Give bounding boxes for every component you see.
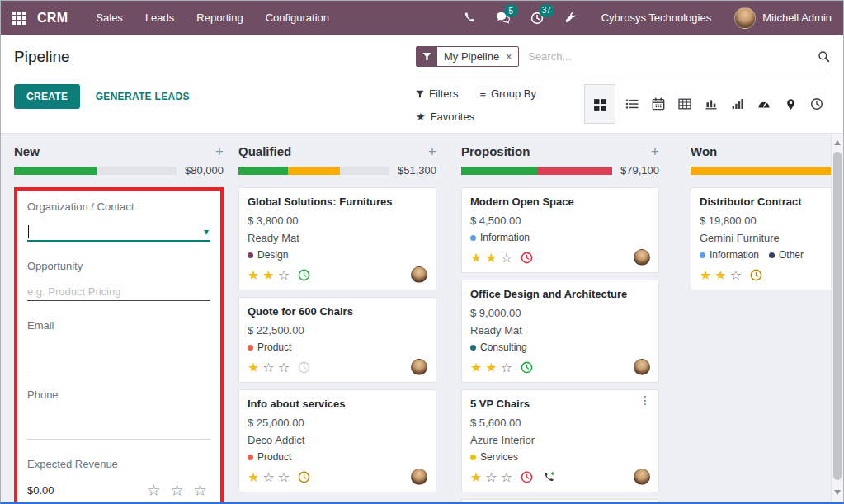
salesperson-avatar[interactable] (411, 469, 427, 485)
priority-star[interactable]: ☆ (278, 470, 290, 484)
priority-star[interactable]: ☆ (501, 470, 512, 484)
salesperson-avatar[interactable] (411, 266, 427, 283)
priority-star[interactable]: ☆ (170, 482, 184, 499)
card-tag[interactable]: Services (470, 451, 518, 463)
view-cohort-icon[interactable] (724, 91, 751, 117)
apps-grid-icon[interactable] (12, 12, 26, 25)
salesperson-avatar[interactable] (634, 359, 650, 375)
search-icon[interactable] (818, 50, 830, 63)
filters-dropdown[interactable]: Filters (416, 87, 458, 100)
user-avatar[interactable] (734, 7, 756, 29)
kanban-card[interactable]: Distributor Contract$ 19,800.00Gemini Fu… (691, 187, 843, 290)
activity-clock-icon[interactable] (521, 471, 533, 483)
kanban-card[interactable]: Quote for 600 Chairs$ 22,500.00Product★☆… (238, 297, 436, 383)
view-pivot-icon[interactable] (672, 91, 698, 117)
kanban-card[interactable]: Global Solutions: Furnitures$ 3,800.00Re… (238, 187, 436, 290)
app-name[interactable]: CRM (37, 11, 68, 26)
priority-star[interactable]: ☆ (147, 482, 161, 499)
priority-star[interactable]: ★ (470, 470, 482, 484)
priority-star[interactable]: ☆ (730, 268, 742, 282)
card-tag[interactable]: Consulting (470, 341, 527, 353)
priority-star[interactable]: ★ (248, 268, 259, 282)
card-tag[interactable]: Product (248, 341, 291, 353)
quick-add-icon[interactable]: + (651, 144, 659, 158)
priority-star[interactable]: ☆ (193, 482, 207, 499)
email-input[interactable] (27, 342, 210, 359)
generate-leads-button[interactable]: GENERATE LEADS (96, 91, 190, 102)
card-tag[interactable]: Information (470, 232, 530, 243)
priority-star[interactable]: ★ (248, 360, 259, 374)
card-tag[interactable]: Information (700, 249, 759, 261)
activity-clock-icon[interactable] (298, 361, 310, 374)
activity-clock-icon[interactable] (298, 269, 310, 281)
opportunity-input[interactable] (27, 283, 210, 299)
menu-configuration[interactable]: Configuration (266, 12, 329, 24)
priority-star[interactable]: ★ (700, 268, 711, 282)
priority-star[interactable]: ★ (262, 268, 274, 282)
quick-add-icon[interactable]: + (428, 144, 436, 158)
card-tag[interactable]: Product (248, 451, 291, 463)
activity-clock-icon[interactable] (298, 471, 310, 483)
company-name[interactable]: Cybrosys Technologies (601, 12, 711, 24)
column-progressbar[interactable] (238, 167, 389, 175)
card-menu-icon[interactable]: ⋮ (639, 396, 651, 406)
menu-sales[interactable]: Sales (96, 12, 123, 24)
vertical-scrollbar[interactable] (831, 134, 843, 502)
priority-star[interactable]: ★ (470, 251, 482, 265)
create-button[interactable]: CREATE (14, 84, 80, 109)
priority-star[interactable]: ☆ (278, 360, 290, 374)
chevron-down-icon[interactable]: ▾ (204, 226, 209, 238)
schedule-call-icon[interactable] (543, 471, 555, 483)
activity-clock-icon[interactable] (750, 269, 762, 281)
priority-star[interactable]: ★ (248, 470, 259, 484)
search-bar[interactable]: My Pipeline × Search... (416, 46, 830, 73)
priority-star[interactable]: ★ (714, 268, 726, 282)
remove-facet-icon[interactable]: × (506, 47, 518, 66)
column-progressbar[interactable] (461, 167, 612, 175)
priority-star[interactable]: ☆ (501, 360, 512, 374)
quick-add-icon[interactable]: + (215, 144, 224, 158)
view-activity-icon[interactable] (804, 91, 830, 117)
card-tag[interactable]: Other (769, 249, 804, 261)
priority-star[interactable]: ☆ (501, 251, 512, 265)
search-input[interactable]: Search... (528, 50, 818, 63)
phone-icon[interactable] (463, 12, 475, 24)
priority-star[interactable]: ☆ (485, 470, 497, 484)
view-graph-icon[interactable] (698, 91, 724, 117)
favorites-dropdown[interactable]: ★ Favorites (416, 111, 474, 123)
kanban-card[interactable]: Info about services$ 25,000.00Deco Addic… (238, 389, 436, 492)
kanban-card[interactable]: ⋮5 VP Chairs$ 5,600.00Azure InteriorServ… (461, 389, 659, 492)
activity-clock-icon[interactable] (521, 361, 533, 374)
activity-clock-icon[interactable] (521, 252, 533, 264)
phone-input[interactable] (27, 412, 210, 428)
column-progressbar[interactable] (691, 167, 843, 175)
group-by-dropdown[interactable]: ≡ Group By (479, 87, 536, 100)
priority-star[interactable]: ★ (485, 360, 497, 374)
view-list-icon[interactable] (619, 91, 645, 117)
view-map-icon[interactable] (777, 91, 804, 117)
view-dashboard-icon[interactable] (751, 91, 777, 117)
salesperson-avatar[interactable] (634, 249, 650, 266)
column-progressbar[interactable] (14, 167, 177, 175)
priority-star[interactable]: ☆ (262, 470, 274, 484)
kanban-card[interactable]: Office Design and Architecture$ 9,000.00… (461, 280, 659, 383)
search-facet[interactable]: My Pipeline × (416, 46, 519, 67)
card-tag[interactable]: Design (248, 249, 288, 261)
menu-leads[interactable]: Leads (145, 12, 174, 24)
view-kanban-icon[interactable] (584, 84, 615, 124)
priority-star[interactable]: ☆ (278, 268, 290, 282)
menu-reporting[interactable]: Reporting (196, 12, 243, 24)
activities-icon[interactable]: 37 (530, 12, 544, 25)
salesperson-avatar[interactable] (411, 359, 427, 375)
tools-icon[interactable] (564, 12, 577, 24)
scroll-up-icon[interactable] (832, 136, 843, 149)
messages-icon[interactable]: 5 (496, 12, 510, 24)
user-name[interactable]: Mitchell Admin (762, 12, 832, 24)
organization-input[interactable] (27, 224, 210, 240)
scrollbar-thumb[interactable] (833, 152, 842, 480)
priority-star[interactable]: ★ (485, 251, 497, 265)
scroll-down-icon[interactable] (832, 486, 843, 499)
priority-star[interactable]: ☆ (262, 360, 274, 374)
salesperson-avatar[interactable] (634, 469, 650, 485)
expected-revenue-input[interactable] (27, 484, 114, 500)
